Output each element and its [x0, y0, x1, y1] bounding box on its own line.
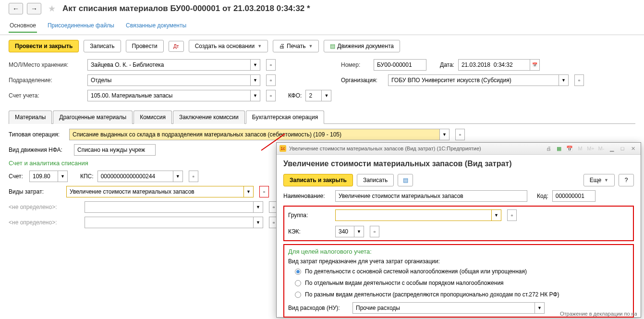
type-op-input[interactable] — [69, 129, 440, 140]
chevron-down-icon: ▼ — [604, 178, 608, 183]
calendar-icon[interactable]: 📅 — [565, 144, 574, 153]
maximize-button[interactable]: □ — [618, 144, 627, 153]
org-open-button[interactable]: ▫ — [574, 74, 584, 86]
chevron-down-icon: ▼ — [308, 44, 313, 49]
type-op-dropdown[interactable]: ▼ — [440, 129, 450, 140]
print-button[interactable]: 🖨Печать▼ — [273, 40, 319, 52]
cost-type-open-button[interactable]: ▫ — [259, 186, 269, 197]
popup-kek-label: КЭК: — [288, 228, 331, 235]
document-title: Акт списания материалов БУ00-000001 от 2… — [62, 4, 310, 13]
undefined-input-1[interactable] — [85, 201, 254, 213]
popup-titlebar[interactable]: 1c Увеличение стоимости материальных зап… — [277, 143, 641, 155]
nav-forward-button[interactable]: → — [27, 3, 41, 14]
account-label: Счет учета: — [9, 92, 84, 99]
popup-code-label: Код: — [537, 193, 548, 199]
popup-code-input[interactable] — [552, 190, 595, 202]
popup-save-button[interactable]: Записать — [357, 174, 394, 186]
dept-label: Подразделение: — [9, 77, 84, 84]
print-icon[interactable]: 🖨 — [544, 144, 553, 153]
favorite-star-icon[interactable]: ★ — [48, 3, 56, 14]
exp-type-input[interactable] — [352, 302, 535, 314]
kfo-input[interactable] — [305, 90, 322, 101]
sch-input[interactable] — [29, 171, 58, 182]
radio-option-3[interactable]: По разным видам деятельности (распределя… — [288, 289, 629, 300]
popup-help-button[interactable]: ? — [619, 174, 634, 186]
create-based-on-button[interactable]: Создать на основании▼ — [189, 40, 268, 52]
dept-input[interactable] — [87, 74, 251, 86]
mol-open-button[interactable]: ▫ — [266, 59, 276, 71]
cost-type-input[interactable] — [66, 186, 244, 197]
tab-conclusion[interactable]: Заключение комиссии — [173, 110, 245, 124]
mol-dropdown[interactable]: ▼ — [251, 59, 260, 71]
movements-button[interactable]: ▤Движения документа — [324, 40, 400, 52]
nfa-input[interactable] — [74, 144, 156, 156]
undefined-input-2[interactable] — [85, 217, 254, 228]
date-picker-button[interactable]: 📅 — [530, 59, 540, 71]
radio-option-2[interactable]: По отдельным видам деятельности с особым… — [288, 277, 629, 289]
close-button[interactable]: ✕ — [628, 144, 638, 153]
radio-icon — [295, 269, 301, 275]
kps-open-button[interactable]: ▫ — [189, 171, 198, 182]
popup-group-label: Группа: — [288, 212, 331, 219]
account-open-button[interactable]: ▫ — [266, 90, 276, 101]
type-op-open-button[interactable]: ▫ — [455, 129, 465, 140]
popup-list-icon-button[interactable]: ▤ — [398, 174, 413, 186]
tab-commission[interactable]: Комиссия — [134, 110, 172, 124]
kps-dropdown[interactable]: ▼ — [173, 171, 183, 182]
date-input[interactable] — [458, 59, 530, 71]
number-input[interactable] — [374, 59, 426, 71]
number-label: Номер: — [341, 61, 370, 68]
radio-icon — [295, 280, 301, 286]
popup-cut-text: Отражение в декларации по налогу на приб… — [560, 311, 637, 317]
dept-open-button[interactable]: ▫ — [266, 74, 276, 86]
type-op-label: Типовая операция: — [9, 131, 65, 138]
popup-save-close-button[interactable]: Записать и закрыть — [283, 174, 353, 186]
popup-window: 1c Увеличение стоимости материальных зап… — [276, 142, 641, 318]
post-button[interactable]: Провести — [126, 40, 164, 52]
tab-main[interactable]: Основное — [9, 19, 37, 33]
org-input[interactable] — [388, 74, 559, 86]
calc-icon[interactable]: ▦ — [554, 144, 564, 153]
exp-type-label: Вид расходов (НУ): — [288, 305, 349, 311]
kps-input[interactable] — [97, 171, 173, 182]
post-and-close-button[interactable]: Провести и закрыть — [9, 40, 79, 52]
dept-dropdown[interactable]: ▼ — [251, 74, 260, 86]
account-input[interactable] — [87, 90, 251, 101]
popup-kek-input[interactable] — [335, 226, 354, 237]
radio-option-1[interactable]: По деятельности с основной системой нало… — [288, 266, 629, 277]
m-icon: M — [575, 144, 585, 153]
cost-type-dropdown[interactable]: ▼ — [244, 186, 254, 197]
popup-more-button[interactable]: Еще▼ — [583, 174, 615, 186]
nav-back-button[interactable]: ← — [9, 3, 23, 14]
minimize-button[interactable]: ▁ — [607, 144, 617, 153]
debit-credit-icon-button[interactable]: Дт — [169, 41, 184, 52]
tab-related-docs[interactable]: Связанные документы — [125, 19, 187, 33]
org-label: Организация: — [341, 77, 384, 84]
undefined-dropdown-1[interactable]: ▼ — [254, 201, 263, 213]
popup-group-open[interactable]: ▫ — [507, 209, 517, 221]
tab-materials[interactable]: Материалы — [9, 110, 52, 124]
popup-group-input[interactable] — [335, 209, 492, 221]
undefined-dropdown-2[interactable]: ▼ — [254, 217, 263, 228]
kfo-dropdown[interactable]: ▼ — [322, 90, 331, 101]
popup-group-dropdown[interactable]: ▼ — [492, 209, 501, 221]
tab-accounting[interactable]: Бухгалтерская операция — [246, 110, 324, 124]
org-dropdown[interactable]: ▼ — [559, 74, 569, 86]
sch-dropdown[interactable]: ▼ — [58, 171, 68, 182]
popup-heading: Увеличение стоимости материальных запасо… — [283, 160, 634, 168]
mol-input[interactable] — [87, 59, 251, 71]
popup-name-input[interactable] — [335, 190, 527, 202]
exp-type-dropdown[interactable]: ▼ — [535, 302, 545, 314]
list-icon: ▤ — [330, 43, 335, 49]
account-dropdown[interactable]: ▼ — [251, 90, 260, 101]
tab-precious[interactable]: Драгоценные материалы — [53, 110, 133, 124]
tab-attached-files[interactable]: Присоединенные файлы — [47, 19, 115, 33]
popup-kek-open[interactable]: ▫ — [370, 226, 379, 237]
radio-icon — [295, 292, 301, 298]
date-label: Дата: — [440, 61, 454, 68]
popup-kek-dropdown[interactable]: ▼ — [354, 226, 364, 237]
cost-type-label: Виды затрат: — [9, 188, 62, 195]
save-button[interactable]: Записать — [84, 40, 121, 52]
chevron-down-icon: ▼ — [257, 44, 262, 49]
mol-label: МОЛ/Место хранения: — [9, 61, 84, 68]
